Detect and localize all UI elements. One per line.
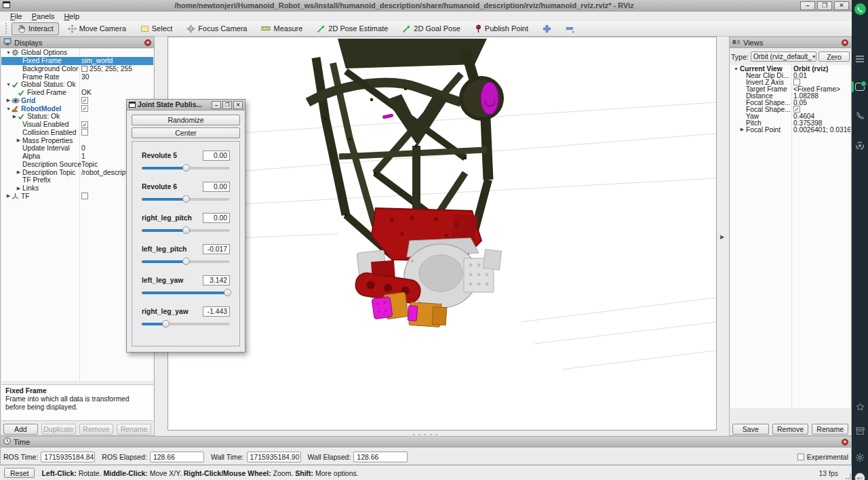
calls-icon[interactable] (852, 111, 868, 120)
close-icon[interactable] (144, 39, 151, 46)
displays-tree-row[interactable]: ▼Global Status: Ok (1, 81, 153, 89)
menu-item-file[interactable]: File (5, 12, 27, 20)
randomize-button[interactable]: Randomize (132, 115, 240, 125)
tool-interact-button[interactable]: Interact (12, 22, 59, 35)
slider-handle[interactable] (224, 289, 231, 296)
checkbox-checked[interactable]: ✓ (81, 105, 88, 112)
views-tree-value[interactable]: ✓ (793, 106, 800, 113)
time-field-input[interactable]: 1715935184.90 (247, 452, 301, 462)
toolbar-drag-handle[interactable] (5, 23, 9, 34)
expander-down-icon[interactable]: ▼ (5, 106, 12, 111)
displays-tree-row[interactable]: ▼Global Options (1, 49, 153, 57)
expander-down-icon[interactable]: ▼ (5, 82, 12, 87)
maximize-button[interactable]: ❒ (817, 1, 832, 10)
checkbox-unchecked[interactable] (793, 79, 800, 85)
tool-2d-goal-pose-button[interactable]: 2D Goal Pose (397, 22, 465, 35)
menu-item-help[interactable]: Help (59, 12, 84, 20)
joint-value-input[interactable]: 0.00 (203, 213, 230, 223)
settings-icon[interactable] (852, 453, 868, 462)
expander-right-icon[interactable]: ▶ (16, 169, 22, 175)
remove-tool-button[interactable] (560, 22, 580, 35)
joint-value-input[interactable]: -0.017 (203, 244, 230, 254)
expander-right-icon[interactable]: ▶ (739, 127, 745, 132)
resize-grip[interactable] (846, 474, 851, 479)
panel-collapse-arrow[interactable]: ▶ (719, 231, 726, 243)
expander-down-icon[interactable]: ▼ (5, 50, 12, 55)
close-button[interactable]: ✕ (834, 1, 849, 10)
joint-slider-track[interactable] (142, 227, 230, 235)
expander-down-icon[interactable]: ▼ (733, 66, 739, 71)
views-tree-row[interactable]: Pitch0.375398 (730, 119, 850, 126)
dialog-minimize-button[interactable]: – (212, 101, 221, 109)
displays-tree-value[interactable]: ✓ (81, 105, 88, 112)
joint-slider-track[interactable] (142, 289, 230, 297)
minimize-button[interactable]: – (800, 1, 815, 10)
dialog-close-button[interactable]: ✕ (233, 101, 243, 109)
views-panel-titlebar[interactable]: Views (730, 37, 851, 48)
views-tree-row[interactable]: Invert Z Axis (730, 79, 850, 85)
joint-slider-track[interactable] (142, 196, 230, 203)
expander-right-icon[interactable]: ▶ (5, 193, 12, 199)
time-panel-titlebar[interactable]: Time (1, 437, 851, 447)
displays-tree-value[interactable] (81, 193, 88, 199)
expander-right-icon[interactable]: ▶ (16, 138, 22, 143)
joint-value-input[interactable]: 3.142 (203, 275, 230, 285)
displays-tree-row[interactable]: Fixed FrameOK (1, 89, 153, 97)
color-swatch[interactable] (81, 66, 87, 72)
whatsapp-logo-icon[interactable] (852, 3, 868, 15)
dialog-titlebar[interactable]: Joint State Publis... –❒✕ (127, 100, 245, 111)
status-icon[interactable] (852, 141, 868, 151)
tool-focus-camera-button[interactable]: Focus Camera (181, 22, 252, 35)
views-tree-row[interactable]: Near Clip Di...0.01 (730, 72, 850, 79)
tool-publish-point-button[interactable]: Publish Point (469, 22, 534, 35)
profile-avatar[interactable]: ACT (852, 473, 868, 480)
view-type-dropdown[interactable]: Orbit (rviz_default_ ▼ (751, 52, 816, 62)
views-tree-row[interactable]: ▶Focal Point0.0026401; 0.0316... (730, 126, 850, 133)
displays-tree-value[interactable] (81, 129, 88, 136)
checkbox-unchecked[interactable] (797, 454, 804, 460)
expander-right-icon[interactable]: ▶ (16, 186, 22, 191)
joint-value-input[interactable]: -1.443 (203, 306, 230, 317)
checkbox-checked[interactable]: ✓ (793, 106, 800, 113)
slider-handle[interactable] (162, 320, 170, 327)
checkbox-checked[interactable]: ✓ (81, 121, 88, 128)
views-tree-row[interactable]: ▼Current ViewOrbit (rviz) (730, 65, 850, 72)
displays-tree-row[interactable]: Frame Rate30 (1, 73, 153, 81)
slider-handle[interactable] (182, 226, 190, 234)
checkbox-unchecked[interactable] (81, 129, 88, 136)
displays-panel-titlebar[interactable]: Displays (1, 37, 154, 48)
checkbox-checked[interactable]: ✓ (81, 97, 88, 104)
slider-handle[interactable] (182, 258, 190, 265)
views-tree-row[interactable]: Focal Shape...✓ (730, 106, 850, 113)
zero-button[interactable]: Zero (818, 52, 850, 62)
displays-tree-value[interactable]: ✓ (81, 121, 88, 128)
views-tree-row[interactable]: Distance1.08288 (730, 92, 850, 99)
time-field-input[interactable]: 128.66 (150, 452, 204, 462)
close-icon[interactable] (842, 39, 848, 46)
views-tree-row[interactable]: Yaw0.4604 (730, 113, 850, 119)
tool-measure-button[interactable]: Measure (256, 22, 308, 35)
center-button[interactable]: Center (132, 127, 240, 138)
views-tree-value[interactable] (793, 79, 800, 85)
tool-2d-pose-estimate-button[interactable]: 2D Pose Estimate (311, 22, 393, 35)
views-tree-row[interactable]: Focal Shape...0.05 (730, 99, 850, 106)
starred-icon[interactable] (852, 403, 868, 412)
slider-handle[interactable] (182, 164, 190, 172)
displays-tree-row[interactable]: Background Color255; 255; 255 (1, 65, 153, 73)
archived-icon[interactable] (852, 427, 868, 435)
expander-right-icon[interactable]: ▶ (12, 114, 18, 119)
joint-slider-track[interactable] (142, 165, 230, 172)
slider-handle[interactable] (182, 195, 190, 203)
tool-move-camera-button[interactable]: Move Camera (62, 22, 132, 35)
reset-button[interactable]: Reset (4, 468, 35, 478)
dialog-maximize-button[interactable]: ❒ (222, 101, 232, 109)
joint-value-input[interactable]: 0.00 (203, 151, 230, 161)
tool-select-button[interactable]: Select (135, 22, 178, 35)
joint-slider-track[interactable] (142, 321, 230, 328)
joint-value-input[interactable]: 0.00 (203, 182, 230, 192)
checkbox-unchecked[interactable] (81, 193, 88, 199)
menu-item-panels[interactable]: Panels (27, 12, 60, 20)
chats-icon[interactable] (852, 83, 868, 91)
expander-right-icon[interactable]: ▶ (5, 98, 12, 103)
close-icon[interactable] (842, 439, 848, 445)
